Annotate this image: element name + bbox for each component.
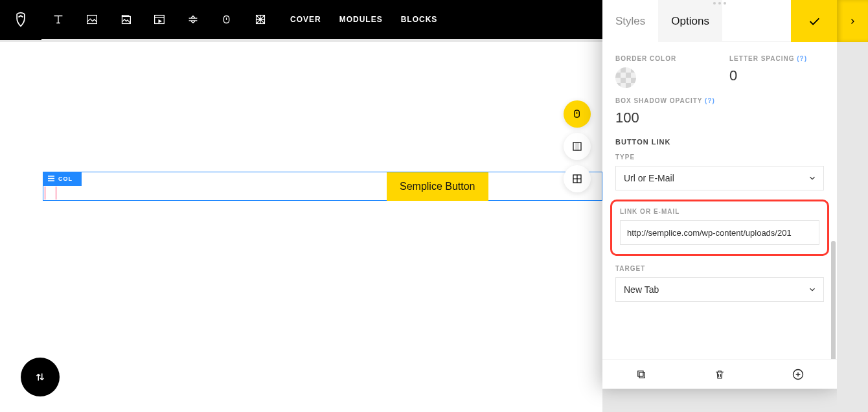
tab-options[interactable]: Options xyxy=(658,0,722,42)
element-side-rail xyxy=(564,100,591,192)
text-tool-icon[interactable] xyxy=(41,0,75,39)
tool-icons xyxy=(41,0,277,39)
rail-column-icon[interactable] xyxy=(564,133,591,160)
panel-drag-dots-icon[interactable] xyxy=(602,2,837,5)
link-label: LINK OR E-MAIL xyxy=(620,208,819,215)
chevron-right-icon xyxy=(849,17,856,25)
svg-rect-0 xyxy=(87,16,97,24)
confirm-check-button[interactable] xyxy=(791,0,837,42)
drag-handle-icon[interactable] xyxy=(43,176,58,183)
trash-icon[interactable] xyxy=(713,368,726,381)
box-shadow-value[interactable]: 100 xyxy=(615,109,824,126)
code-tool-icon[interactable] xyxy=(244,0,277,39)
image-tool-icon[interactable] xyxy=(75,0,109,39)
target-select[interactable]: New Tab xyxy=(615,277,824,302)
svg-rect-13 xyxy=(576,143,579,150)
column-gutter-marks xyxy=(45,187,56,200)
svg-rect-15 xyxy=(639,372,645,378)
gallery-tool-icon[interactable] xyxy=(109,0,143,39)
type-label: TYPE xyxy=(615,154,824,161)
border-color-swatch[interactable] xyxy=(615,67,636,88)
panel-body: BORDER COLOR LETTER SPACING (?) 0 BOX SH… xyxy=(602,42,837,359)
panel-scrollbar[interactable] xyxy=(831,45,836,363)
options-panel: Styles Options BORDER COLOR LETTER SPACI… xyxy=(602,0,837,389)
letter-spacing-value[interactable]: 0 xyxy=(729,67,824,84)
type-select[interactable]: Url or E-Mail xyxy=(615,166,824,190)
link-field-highlighted: LINK OR E-MAIL xyxy=(610,200,829,256)
panel-tabs: Styles Options xyxy=(602,0,837,42)
toolbar-menu: COVER MODULES BLOCKS xyxy=(290,15,437,24)
box-shadow-label: BOX SHADOW OPACITY (?) xyxy=(615,97,824,104)
rail-button-element-icon[interactable] xyxy=(564,100,591,128)
right-edge-strip xyxy=(837,0,868,412)
chevron-down-icon xyxy=(808,285,817,294)
menu-cover[interactable]: COVER xyxy=(290,15,321,24)
editor-canvas: COL Semplice Button xyxy=(0,42,602,412)
chevron-down-icon xyxy=(808,174,817,183)
video-tool-icon[interactable] xyxy=(143,0,176,39)
column-badge[interactable]: COL xyxy=(43,172,82,186)
tab-styles[interactable]: Styles xyxy=(602,0,658,42)
button-tool-icon[interactable] xyxy=(210,0,244,39)
menu-modules[interactable]: MODULES xyxy=(339,15,383,24)
menu-blocks[interactable]: BLOCKS xyxy=(401,15,438,24)
link-input[interactable] xyxy=(620,220,819,245)
brand-logo[interactable] xyxy=(0,0,41,40)
expand-panel-button[interactable] xyxy=(837,0,868,42)
sort-toggle-button[interactable] xyxy=(21,358,60,396)
add-icon[interactable] xyxy=(792,368,805,381)
border-color-label: BORDER COLOR xyxy=(615,55,710,62)
type-select-value: Url or E-Mail xyxy=(624,173,674,183)
target-label: TARGET xyxy=(615,265,824,272)
letter-spacing-help-icon[interactable]: (?) xyxy=(797,55,807,62)
target-select-value: New Tab xyxy=(624,284,659,295)
letter-spacing-label: LETTER SPACING (?) xyxy=(729,55,824,62)
button-link-section-title: BUTTON LINK xyxy=(615,138,824,146)
spacer-tool-icon[interactable] xyxy=(176,0,210,39)
svg-rect-16 xyxy=(638,371,643,376)
box-shadow-help-icon[interactable]: (?) xyxy=(705,97,715,104)
column-frame[interactable]: COL Semplice Button xyxy=(43,172,602,201)
column-badge-label: COL xyxy=(58,176,73,182)
duplicate-icon[interactable] xyxy=(635,368,648,381)
rail-section-icon[interactable] xyxy=(564,165,591,192)
semplice-button-element[interactable]: Semplice Button xyxy=(387,172,488,201)
panel-footer xyxy=(602,359,837,389)
